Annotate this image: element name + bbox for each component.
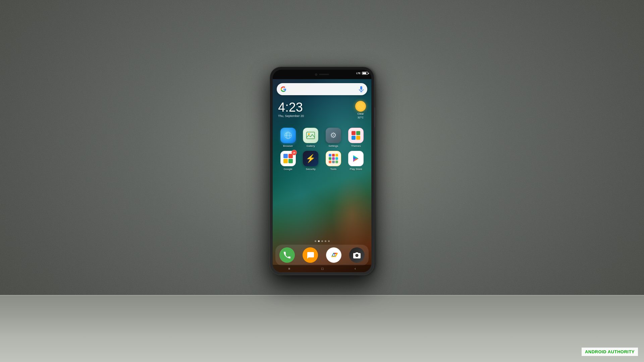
weather-condition: Clear xyxy=(357,112,364,115)
tools-icon xyxy=(326,151,341,166)
dock-messages[interactable] xyxy=(303,247,318,263)
lightning-symbol: ⚡ xyxy=(306,154,316,163)
clock-time: 4:23 xyxy=(278,101,304,114)
tools-dot-7 xyxy=(329,161,331,163)
gallery-icon xyxy=(303,128,318,143)
phone-screen: 4:23 Thu, September 20 Clear 32°C xyxy=(273,79,371,272)
svg-point-15 xyxy=(356,254,358,256)
nav-home-btn[interactable]: □ xyxy=(321,267,323,270)
google-search-bar[interactable] xyxy=(277,83,367,95)
status-bar: LTE xyxy=(356,72,368,75)
nav-menu-btn[interactable]: ≡ xyxy=(288,267,290,270)
tools-dot-6 xyxy=(335,157,338,160)
settings-label: Settings xyxy=(328,144,338,147)
themes-label: Themes xyxy=(351,144,361,147)
phone-shell: LTE xyxy=(270,67,374,275)
tools-dots-grid xyxy=(329,154,338,163)
clock-date: Thu, September 20 xyxy=(278,114,304,118)
google-dot-1 xyxy=(283,154,288,158)
browser-label: Browser xyxy=(283,144,293,147)
battery-fill xyxy=(363,72,366,74)
gear-symbol: ⚙ xyxy=(330,131,337,140)
google-icon: 16 xyxy=(280,151,296,166)
tools-dot-8 xyxy=(332,161,335,163)
app-gallery[interactable]: Gallery xyxy=(300,128,322,147)
dock-phone[interactable] xyxy=(279,247,295,263)
google-logo xyxy=(280,86,287,93)
battery-icon xyxy=(362,72,368,75)
svg-rect-8 xyxy=(307,132,315,139)
speaker-grille xyxy=(319,74,329,75)
tools-dot-3 xyxy=(335,154,338,157)
mic-icon[interactable] xyxy=(359,86,364,92)
lte-indicator: LTE xyxy=(356,72,361,74)
gallery-label: Gallery xyxy=(307,144,315,147)
front-camera xyxy=(315,73,317,76)
notch xyxy=(310,72,334,77)
svg-point-16 xyxy=(356,255,357,255)
app-playstore[interactable]: Play Store xyxy=(345,151,368,171)
svg-point-9 xyxy=(308,133,310,135)
svg-point-13 xyxy=(333,254,334,256)
weather-widget: Clear 32°C xyxy=(355,101,366,119)
app-dock xyxy=(275,245,369,265)
dock-chrome[interactable] xyxy=(326,247,341,263)
navigation-bar: ≡ □ ‹ xyxy=(273,265,371,272)
themes-icon xyxy=(348,128,364,143)
security-icon: ⚡ xyxy=(303,151,318,166)
google-dot-3 xyxy=(283,159,288,163)
app-security[interactable]: ⚡ Security xyxy=(300,151,322,171)
svg-rect-0 xyxy=(360,86,362,90)
page-dot-1 xyxy=(315,240,316,242)
app-grid: Browser Gallery xyxy=(275,128,369,171)
tools-dot-9 xyxy=(335,161,338,163)
watermark-brand: ANDROID AUTHORITY xyxy=(585,349,635,354)
google-notification-badge: 16 xyxy=(291,150,297,155)
google-apps-grid xyxy=(283,154,293,163)
google-label: Google xyxy=(284,168,292,171)
themes-sq-3 xyxy=(352,136,356,140)
tools-label: Tools xyxy=(330,168,336,171)
page-dot-3 xyxy=(321,240,323,242)
settings-icon: ⚙ xyxy=(326,128,341,143)
notch-bar: LTE xyxy=(273,70,371,79)
browser-icon xyxy=(280,128,296,143)
nav-back-btn[interactable]: ‹ xyxy=(355,267,356,270)
themes-sq-4 xyxy=(356,136,360,140)
playstore-icon xyxy=(348,151,364,166)
page-indicators xyxy=(273,240,371,242)
phone-device: LTE xyxy=(270,67,374,275)
screen-bezel: LTE xyxy=(273,70,371,272)
app-google[interactable]: 16 Google xyxy=(277,151,300,171)
playstore-label: Play Store xyxy=(350,168,362,171)
app-themes[interactable]: Themes xyxy=(345,128,368,147)
page-dot-4 xyxy=(325,240,326,242)
security-label: Security xyxy=(306,168,316,171)
tools-dot-2 xyxy=(332,154,335,157)
page-dot-5 xyxy=(328,240,330,242)
app-settings[interactable]: ⚙ Settings xyxy=(322,128,345,147)
tools-dot-1 xyxy=(329,154,331,157)
page-dot-2 xyxy=(318,240,320,242)
tools-dot-5 xyxy=(332,157,335,160)
dock-camera[interactable] xyxy=(349,247,365,263)
weather-temperature: 32°C xyxy=(358,116,364,119)
themes-sq-2 xyxy=(356,131,360,135)
app-tools[interactable]: Tools xyxy=(322,151,345,171)
themes-grid xyxy=(352,131,360,140)
surface-ledge xyxy=(0,295,644,362)
google-dot-4 xyxy=(288,159,293,163)
weather-sun-icon xyxy=(355,101,366,112)
watermark: ANDROID AUTHORITY xyxy=(582,348,638,356)
app-browser[interactable]: Browser xyxy=(277,128,300,147)
themes-sq-1 xyxy=(352,131,356,135)
tools-dot-4 xyxy=(329,157,331,160)
clock-widget: 4:23 Thu, September 20 xyxy=(278,101,304,118)
